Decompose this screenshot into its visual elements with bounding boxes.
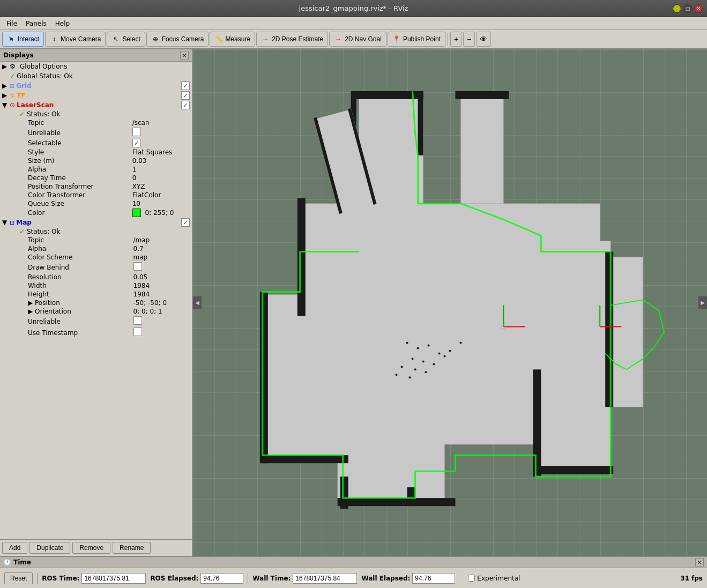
laser-decay-row[interactable]: Decay Time 0 [0, 174, 192, 182]
laser-topic-value[interactable]: /scan [131, 118, 192, 127]
map-orientation-value[interactable]: 0; 0; 0; 1 [132, 307, 192, 316]
global-status-row[interactable]: ✓ Global Status: Ok [0, 71, 192, 81]
wall-elapsed-field: Wall Elapsed: [361, 573, 455, 584]
map-topic-row[interactable]: Topic /map [0, 236, 192, 244]
map-resolution-row[interactable]: Resolution 0.05 [0, 273, 192, 281]
minus-button[interactable]: − [463, 32, 475, 47]
map-use-timestamp-row[interactable]: Use Timestamp [0, 327, 192, 338]
move-camera-button[interactable]: ↕ Move Camera [45, 32, 106, 47]
grid-toggle[interactable]: ▶ [2, 82, 10, 90]
map-resolution-value[interactable]: 0.05 [132, 273, 192, 281]
map-unreliable-checkbox[interactable] [133, 316, 142, 325]
laser-queue-value[interactable]: 10 [131, 199, 192, 208]
tf-toggle[interactable]: ▶ [2, 92, 10, 99]
map-position-value[interactable]: -50; -50; 0 [132, 299, 192, 307]
map-position-row[interactable]: ▶ Position -50; -50; 0 [0, 299, 192, 307]
add-button[interactable]: Add [2, 542, 27, 554]
map-draw-behind-checkbox[interactable] [133, 262, 142, 271]
laser-position-value[interactable]: XYZ [131, 182, 192, 191]
map-row[interactable]: ▼ ⊡ Map [0, 218, 192, 227]
laser-unreliable-row[interactable]: Unreliable [0, 127, 192, 138]
remove-button[interactable]: Remove [72, 542, 110, 554]
laser-color-swatch[interactable] [132, 209, 141, 217]
laser-color-trans-row[interactable]: Color Transformer FlatColor [0, 191, 192, 199]
menu-help[interactable]: Help [51, 19, 74, 28]
laser-style-row[interactable]: Style Flat Squares [0, 148, 192, 157]
grid-checkbox[interactable] [181, 81, 190, 90]
laser-color-trans-value[interactable]: FlatColor [131, 191, 192, 199]
laser-toggle[interactable]: ▼ [2, 101, 10, 109]
minimize-button[interactable]: − [673, 4, 681, 13]
menu-file[interactable]: File [2, 19, 21, 28]
camera-button[interactable]: 👁 [476, 32, 491, 47]
laser-size-row[interactable]: Size (m) 0.03 [0, 157, 192, 165]
time-panel-close-button[interactable]: ✕ [695, 558, 704, 567]
map-toggle[interactable]: ▼ [2, 219, 10, 226]
laser-style-value[interactable]: Flat Squares [131, 148, 192, 157]
map-topic-value[interactable]: /map [132, 236, 192, 244]
time-header: 🕐 Time ✕ [0, 557, 707, 568]
reset-button[interactable]: Reset [4, 572, 33, 584]
map-use-timestamp-checkbox[interactable] [133, 328, 142, 336]
interact-button[interactable]: 🖱 Interact [2, 32, 44, 47]
plus-button[interactable]: + [450, 32, 462, 47]
laserscan-row[interactable]: ▼ ⊙ LaserScan [0, 100, 192, 110]
laser-alpha-row[interactable]: Alpha 1 [0, 165, 192, 174]
tf-checkbox[interactable] [181, 91, 190, 100]
global-options-row[interactable]: ▶ ⚙ Global Options [0, 62, 192, 71]
close-button[interactable]: ✕ [694, 4, 703, 13]
duplicate-button[interactable]: Duplicate [29, 542, 70, 554]
map-orientation-row[interactable]: ▶ Orientation 0; 0; 0; 1 [0, 307, 192, 316]
laser-queue-label: Queue Size [0, 199, 131, 208]
svg-point-25 [449, 349, 451, 352]
laser-alpha-value[interactable]: 1 [131, 165, 192, 174]
laser-position-row[interactable]: Position Transformer XYZ [0, 182, 192, 191]
wall-elapsed-input[interactable] [412, 573, 455, 584]
viewport[interactable]: ◀ ▶ [193, 49, 707, 556]
map-resolution-label: Resolution [0, 273, 132, 281]
laser-unreliable-checkbox[interactable] [132, 128, 141, 136]
select-button[interactable]: ↖ Select [107, 32, 145, 47]
map-width-value[interactable]: 1984 [132, 281, 192, 290]
scroll-right-arrow[interactable]: ▶ [698, 296, 707, 309]
laser-decay-value[interactable]: 0 [131, 174, 192, 182]
laser-selectable-row[interactable]: Selectable [0, 138, 192, 148]
pose-estimate-button[interactable]: → 2D Pose Estimate [256, 32, 328, 47]
map-alpha-row[interactable]: Alpha 0.7 [0, 244, 192, 253]
map-unreliable-row[interactable]: Unreliable [0, 316, 192, 327]
wall-time-input[interactable] [293, 573, 357, 584]
map-checkbox[interactable] [181, 218, 190, 227]
scroll-left-arrow[interactable]: ◀ [193, 296, 202, 309]
map-color-scheme-value[interactable]: map [132, 253, 192, 262]
map-alpha-value[interactable]: 0.7 [132, 244, 192, 253]
go-toggle[interactable]: ▶ [2, 63, 10, 70]
map-position-toggle[interactable]: ▶ [28, 299, 35, 307]
nav-goal-button[interactable]: → 2D Nav Goal [329, 32, 386, 47]
laser-color-row[interactable]: Color 0; 255; 0 [0, 208, 192, 218]
map-draw-behind-row[interactable]: Draw Behind [0, 262, 192, 273]
grid-row[interactable]: ▶ ⊞ Grid [0, 81, 192, 91]
panel-close-button[interactable]: ✕ [180, 51, 189, 59]
map-width-row[interactable]: Width 1984 [0, 281, 192, 290]
tf-row[interactable]: ▶ ↯ TF [0, 91, 192, 100]
map-height-value[interactable]: 1984 [132, 290, 192, 299]
menu-panels[interactable]: Panels [21, 19, 51, 28]
laserscan-checkbox[interactable] [181, 101, 190, 109]
laser-topic-row[interactable]: Topic /scan [0, 118, 192, 127]
ros-time-input[interactable] [81, 573, 146, 584]
ros-elapsed-input[interactable] [200, 573, 243, 584]
window-controls: − □ ✕ [673, 4, 703, 13]
laser-queue-row[interactable]: Queue Size 10 [0, 199, 192, 208]
laser-selectable-checkbox[interactable] [132, 139, 141, 147]
publish-point-button[interactable]: 📍 Publish Point [388, 32, 445, 47]
maximize-button[interactable]: □ [683, 4, 692, 13]
rename-button[interactable]: Rename [113, 542, 151, 554]
map-color-scheme-row[interactable]: Color Scheme map [0, 253, 192, 262]
measure-button[interactable]: 📏 Measure [210, 32, 255, 47]
focus-camera-button[interactable]: ⊕ Focus Camera [146, 32, 209, 47]
experimental-checkbox[interactable] [468, 575, 475, 582]
map-height-row[interactable]: Height 1984 [0, 290, 192, 299]
map-orientation-toggle[interactable]: ▶ [28, 308, 35, 315]
ros-elapsed-label: ROS Elapsed: [150, 575, 198, 582]
laser-size-value[interactable]: 0.03 [131, 157, 192, 165]
